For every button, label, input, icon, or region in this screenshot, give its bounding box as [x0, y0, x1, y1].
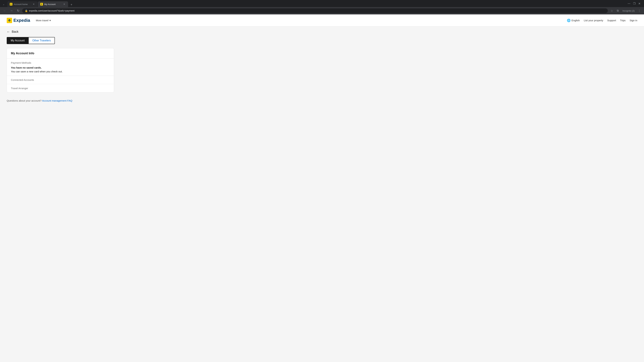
no-cards-desc: You can save a new card when you check o…: [11, 70, 110, 73]
payment-methods-section: Payment Methods You have no saved cards.…: [7, 59, 114, 76]
account-card: My Account Info Payment Methods You have…: [7, 48, 114, 92]
expedia-logo[interactable]: Expedia: [7, 18, 30, 23]
list-property-label: List your property: [584, 19, 603, 22]
tab-list-button[interactable]: ⌄: [1, 2, 6, 6]
tab-close-1[interactable]: ✕: [32, 3, 35, 6]
support-label: Support: [607, 19, 616, 22]
list-property-button[interactable]: List your property: [584, 19, 603, 22]
support-button[interactable]: Support: [607, 19, 616, 22]
reload-button[interactable]: ↻: [16, 8, 21, 13]
logo-icon: [7, 18, 12, 23]
browser-titlebar: ⌄ E Account home ✕ E: [0, 0, 644, 7]
account-tab-buttons: My Account Other Travelers: [7, 37, 144, 44]
secure-icon: 🔒: [25, 9, 28, 12]
back-nav[interactable]: ← Back: [0, 26, 644, 37]
browser-toolbar: ← → ↻ 🔒 expedia.com/user/account/?&selc=…: [0, 7, 644, 14]
forward-button[interactable]: →: [9, 8, 14, 13]
minimize-button[interactable]: —: [628, 2, 630, 5]
no-cards-title: You have no saved cards.: [11, 66, 110, 69]
incognito-badge: Incognito (2): [621, 9, 636, 13]
svg-text:E: E: [41, 3, 42, 5]
sign-in-label: Sign in: [630, 19, 637, 22]
back-button[interactable]: ←: [2, 8, 8, 13]
faq-prefix: Questions about your account?: [7, 99, 42, 102]
bookmark-button[interactable]: ☆: [609, 8, 614, 13]
browser-tab-account-home[interactable]: E Account home ✕: [8, 1, 38, 7]
maximize-button[interactable]: ❐: [633, 2, 636, 5]
browser-tab-my-account[interactable]: E My Account ✕: [38, 1, 68, 7]
trips-button[interactable]: Trips: [620, 19, 626, 22]
logo-text: Expedia: [14, 18, 30, 23]
my-account-tab[interactable]: My Account: [7, 37, 29, 44]
travel-arranger-section[interactable]: Travel Arranger: [7, 84, 114, 92]
card-title: My Account Info: [11, 52, 110, 55]
connected-accounts-label: Connected Accounts: [11, 78, 110, 81]
new-tab-button[interactable]: +: [69, 2, 74, 7]
back-label: Back: [12, 30, 18, 33]
header-right: 🌐 English List your property Support Tri…: [567, 18, 637, 22]
faq-link[interactable]: Account management FAQ: [42, 99, 72, 102]
tab-favicon-2: E: [40, 3, 43, 5]
address-bar[interactable]: 🔒 expedia.com/user/account/?&selc=paymen…: [22, 8, 608, 13]
more-travel-button[interactable]: More travel ▾: [34, 18, 52, 23]
faq-section: Questions about your account? Account ma…: [7, 99, 144, 102]
svg-text:E: E: [10, 3, 12, 5]
browser-chrome: ⌄ E Account home ✕ E: [0, 0, 644, 14]
tab-close-2[interactable]: ✕: [63, 3, 66, 6]
globe-icon: 🌐: [567, 18, 570, 22]
chevron-down-icon: ▾: [50, 19, 51, 22]
window-controls: — ❐ ✕: [626, 2, 643, 5]
tab-title-1: Account home: [14, 3, 31, 5]
connected-accounts-section[interactable]: Connected Accounts: [7, 76, 114, 84]
more-button[interactable]: ⋮: [636, 8, 642, 13]
card-header: My Account Info: [7, 48, 114, 59]
sign-in-button[interactable]: Sign in: [630, 19, 637, 22]
address-url: expedia.com/user/account/?&selc=payment: [29, 9, 605, 12]
page-content: Expedia More travel ▾ 🌐 English List you…: [0, 14, 644, 361]
payment-methods-label: Payment Methods: [11, 61, 110, 64]
language-label: English: [572, 19, 580, 22]
travel-arranger-label: Travel Arranger: [11, 87, 110, 90]
language-button[interactable]: 🌐 English: [567, 18, 580, 22]
site-header: Expedia More travel ▾ 🌐 English List you…: [0, 14, 644, 26]
trips-label: Trips: [620, 19, 626, 22]
close-window-button[interactable]: ✕: [638, 2, 641, 5]
toolbar-actions: ☆ ⧉ Incognito (2) ⋮: [609, 8, 642, 13]
tab-strip: E Account home ✕ E My Account ✕ +: [8, 1, 625, 7]
more-travel-label: More travel: [36, 19, 48, 22]
back-arrow-icon: ←: [7, 30, 10, 34]
header-left: Expedia More travel ▾: [7, 18, 52, 23]
extensions-button[interactable]: ⧉: [615, 8, 620, 13]
tab-title-2: My Account: [44, 3, 62, 5]
main-content: My Account Other Travelers My Account In…: [0, 37, 151, 112]
other-travelers-tab[interactable]: Other Travelers: [29, 37, 55, 44]
tab-favicon-1: E: [10, 3, 12, 5]
